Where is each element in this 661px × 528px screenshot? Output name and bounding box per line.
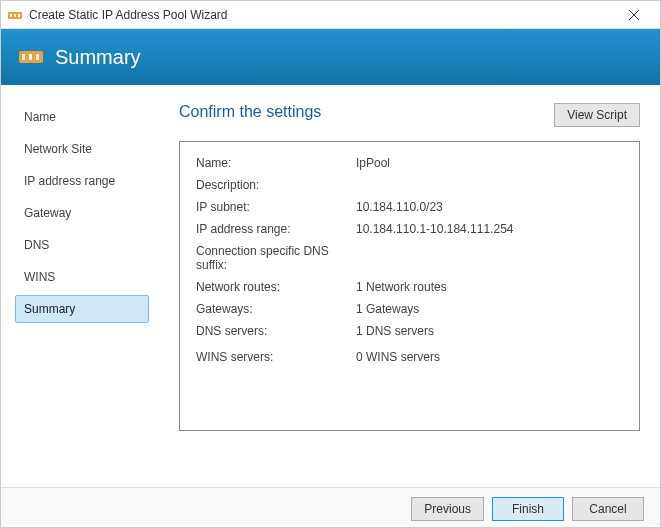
step-dns[interactable]: DNS bbox=[15, 231, 149, 259]
value-gateways: 1 Gateways bbox=[356, 302, 623, 316]
label-range: IP address range: bbox=[196, 222, 356, 236]
step-gateway[interactable]: Gateway bbox=[15, 199, 149, 227]
value-name: IpPool bbox=[356, 156, 623, 170]
summary-settings-box: Name: IpPool Description: IP subnet: 10.… bbox=[179, 141, 640, 431]
label-name: Name: bbox=[196, 156, 356, 170]
titlebar: Create Static IP Address Pool Wizard bbox=[1, 1, 660, 29]
svg-rect-9 bbox=[36, 54, 39, 60]
label-routes: Network routes: bbox=[196, 280, 356, 294]
step-ip-address-range[interactable]: IP address range bbox=[15, 167, 149, 195]
summary-row-range: IP address range: 10.184.110.1-10.184.11… bbox=[196, 222, 623, 236]
wizard-body: Name Network Site IP address range Gatew… bbox=[1, 85, 660, 487]
wizard-footer: Previous Finish Cancel bbox=[1, 487, 660, 528]
summary-row-description: Description: bbox=[196, 178, 623, 192]
svg-rect-1 bbox=[10, 14, 12, 17]
summary-row-dns-servers: DNS servers: 1 DNS servers bbox=[196, 324, 623, 338]
summary-row-subnet: IP subnet: 10.184.110.0/23 bbox=[196, 200, 623, 214]
finish-button[interactable]: Finish bbox=[492, 497, 564, 521]
label-subnet: IP subnet: bbox=[196, 200, 356, 214]
svg-rect-2 bbox=[14, 14, 16, 17]
label-dns-servers: DNS servers: bbox=[196, 324, 356, 338]
svg-rect-3 bbox=[18, 14, 20, 17]
summary-row-gateways: Gateways: 1 Gateways bbox=[196, 302, 623, 316]
svg-rect-7 bbox=[22, 54, 25, 60]
cancel-button[interactable]: Cancel bbox=[572, 497, 644, 521]
step-wins[interactable]: WINS bbox=[15, 263, 149, 291]
label-wins-servers: WINS servers: bbox=[196, 350, 356, 364]
banner-icon bbox=[17, 45, 45, 69]
step-summary[interactable]: Summary bbox=[15, 295, 149, 323]
value-description bbox=[356, 178, 623, 192]
value-dns-servers: 1 DNS servers bbox=[356, 324, 623, 338]
view-script-button[interactable]: View Script bbox=[554, 103, 640, 127]
label-gateways: Gateways: bbox=[196, 302, 356, 316]
wizard-steps-sidebar: Name Network Site IP address range Gatew… bbox=[1, 85, 159, 487]
summary-row-routes: Network routes: 1 Network routes bbox=[196, 280, 623, 294]
page-title: Confirm the settings bbox=[179, 103, 321, 121]
banner-title: Summary bbox=[55, 46, 141, 69]
step-network-site[interactable]: Network Site bbox=[15, 135, 149, 163]
summary-row-name: Name: IpPool bbox=[196, 156, 623, 170]
summary-row-dns-suffix: Connection specific DNS suffix: bbox=[196, 244, 623, 272]
value-dns-suffix bbox=[356, 244, 623, 272]
close-icon bbox=[629, 10, 639, 20]
svg-rect-8 bbox=[29, 54, 32, 60]
wizard-main: Confirm the settings View Script Name: I… bbox=[159, 85, 660, 487]
app-icon bbox=[7, 7, 23, 23]
close-button[interactable] bbox=[614, 1, 654, 28]
summary-row-wins-servers: WINS servers: 0 WINS servers bbox=[196, 350, 623, 364]
wizard-banner: Summary bbox=[1, 29, 660, 85]
step-name[interactable]: Name bbox=[15, 103, 149, 131]
value-wins-servers: 0 WINS servers bbox=[356, 350, 623, 364]
value-routes: 1 Network routes bbox=[356, 280, 623, 294]
label-dns-suffix: Connection specific DNS suffix: bbox=[196, 244, 356, 272]
label-description: Description: bbox=[196, 178, 356, 192]
window-title: Create Static IP Address Pool Wizard bbox=[29, 8, 614, 22]
previous-button[interactable]: Previous bbox=[411, 497, 484, 521]
value-subnet: 10.184.110.0/23 bbox=[356, 200, 623, 214]
main-header: Confirm the settings View Script bbox=[179, 103, 640, 127]
value-range: 10.184.110.1-10.184.111.254 bbox=[356, 222, 623, 236]
